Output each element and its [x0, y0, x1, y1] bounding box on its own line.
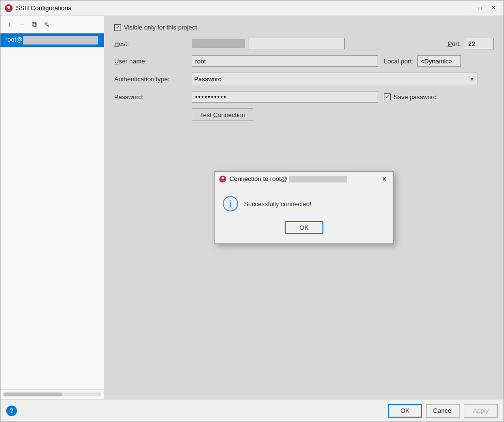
sidebar-item[interactable]: root@ — [0, 33, 104, 47]
main-window: SSH Configurations – □ ✕ + − ⧉ ✎ root@ — [0, 0, 504, 422]
sidebar-scrollbar[interactable] — [3, 392, 101, 396]
ok-button[interactable]: OK — [388, 404, 422, 418]
sidebar-scroll-thumb — [3, 392, 62, 396]
remove-config-button[interactable]: − — [16, 19, 28, 30]
bottom-bar: ? OK Cancel Apply — [0, 399, 504, 422]
add-config-button[interactable]: + — [3, 19, 15, 30]
dialog-app-icon — [219, 175, 227, 183]
host-blur-sidebar — [23, 36, 98, 45]
dialog-title-bar: Connection to root@ ✕ — [215, 172, 393, 186]
sidebar-item-label: root@ — [5, 36, 98, 45]
svg-point-1 — [7, 6, 10, 9]
edit-config-button[interactable]: ✎ — [41, 19, 53, 30]
content-area: + − ⧉ ✎ root@ Visible on — [0, 16, 504, 399]
dialog-ok-button[interactable]: OK — [285, 221, 323, 234]
title-bar: SSH Configurations – □ ✕ — [0, 0, 504, 16]
dialog-close-button[interactable]: ✕ — [380, 174, 389, 184]
success-dialog: Connection to root@ ✕ i Successfully con… — [214, 171, 394, 244]
config-list: root@ — [0, 33, 104, 389]
minimize-button[interactable]: – — [460, 3, 473, 13]
dialog-title: Connection to root@ — [229, 175, 380, 182]
bottom-left: ? — [6, 406, 17, 416]
close-button[interactable]: ✕ — [487, 3, 500, 13]
maximize-button[interactable]: □ — [473, 3, 486, 13]
info-icon: i — [223, 196, 238, 211]
app-icon — [4, 4, 13, 13]
dialog-overlay: Connection to root@ ✕ i Successfully con… — [105, 16, 504, 399]
cancel-button[interactable]: Cancel — [426, 404, 460, 418]
window-controls: – □ ✕ — [460, 3, 500, 13]
copy-config-button[interactable]: ⧉ — [29, 19, 40, 30]
apply-button[interactable]: Apply — [464, 404, 498, 418]
dialog-message-row: i Successfully connected! — [223, 196, 311, 211]
svg-rect-2 — [7, 10, 11, 11]
main-panel: Visible only for this project HHost:ost:… — [105, 16, 504, 399]
bottom-right: OK Cancel Apply — [388, 404, 498, 418]
sidebar: + − ⧉ ✎ root@ — [0, 16, 105, 399]
svg-rect-5 — [221, 181, 225, 181]
dialog-message: Successfully connected! — [244, 200, 311, 208]
dialog-title-host-blur — [289, 176, 347, 182]
help-button[interactable]: ? — [6, 406, 17, 416]
svg-point-4 — [222, 177, 224, 179]
window-title: SSH Configurations — [16, 4, 460, 12]
sidebar-toolbar: + − ⧉ ✎ — [0, 16, 104, 33]
dialog-body: i Successfully connected! OK — [215, 186, 393, 241]
